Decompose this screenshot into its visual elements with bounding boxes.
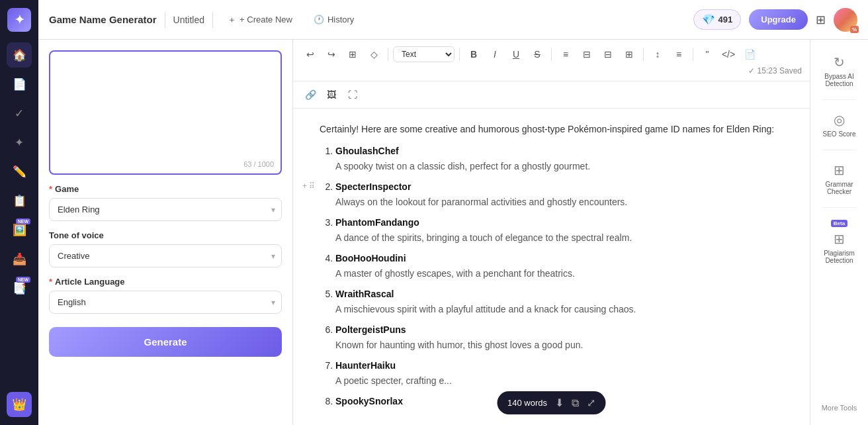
quote-button[interactable]: ": [698, 45, 716, 64]
prompt-input[interactable]: [50, 52, 281, 171]
game-name-list: GhoulashChef A spooky twist on a classic…: [320, 144, 783, 408]
game-desc-4: A master of ghostly escapes, with a penc…: [335, 267, 783, 281]
nav-divider1: [165, 12, 165, 28]
fullscreen-button[interactable]: ⛶: [343, 85, 362, 104]
language-select[interactable]: English Spanish French: [49, 291, 282, 314]
seo-icon: ◎: [834, 112, 845, 128]
left-panel: 63 / 1000 *Game Elden Ring Minecraft For…: [38, 40, 293, 425]
game-desc-2: Always on the lookout for paranormal act…: [335, 195, 627, 209]
image-button[interactable]: 🖼: [322, 85, 341, 104]
sidebar-item-documents[interactable]: 📄: [7, 71, 32, 97]
app-title: Game Name Generator: [49, 14, 157, 25]
sidebar-bottom: 👑: [7, 392, 32, 417]
drag-icon[interactable]: ⠿: [309, 180, 315, 192]
more-tools-button[interactable]: More Tools: [816, 399, 863, 417]
game-desc-3: A dance of the spirits, bringing a touch…: [335, 231, 783, 245]
undo-button[interactable]: ↩: [301, 45, 320, 64]
avatar[interactable]: %: [834, 8, 857, 32]
clock-icon: 🕐: [314, 15, 324, 24]
points-badge: 💎 491: [693, 9, 742, 30]
generate-button[interactable]: Generate: [49, 327, 282, 357]
game-name-6: PoltergeistPuns: [335, 324, 406, 335]
underline-button[interactable]: U: [507, 45, 525, 64]
sidebar-item-download[interactable]: 📥: [7, 246, 32, 271]
list-item: PhantomFandango A dance of the spirits, …: [335, 216, 783, 245]
line-height-button[interactable]: ↕: [648, 45, 667, 64]
list-item: BooHooHoudini A master of ghostly escape…: [335, 252, 783, 281]
add-icon[interactable]: +: [302, 180, 307, 192]
game-name-4: BooHooHoudini: [335, 253, 406, 263]
strikethrough-button[interactable]: S: [528, 45, 546, 64]
bullet-indent-button[interactable]: ⊟: [578, 45, 596, 64]
move-button[interactable]: ⊞: [343, 45, 362, 64]
toolbar-divider2: [459, 48, 460, 61]
game-name-8: SpookySnorlax: [335, 396, 403, 406]
saved-status: ✓ 15:23 Saved: [748, 66, 802, 75]
bullet-list-button[interactable]: ≡: [556, 45, 575, 64]
language-select-wrapper: English Spanish French ▾: [49, 291, 282, 314]
gem-icon: 💎: [702, 13, 715, 26]
toolbar-row2: 🔗 🖼 ⛶: [293, 81, 810, 109]
sidebar-item-book[interactable]: 📑NEW: [7, 275, 32, 301]
grammar-label: Grammar Checker: [820, 181, 859, 195]
list-item: PoltergeistPuns Known for haunting with …: [335, 323, 783, 352]
history-button[interactable]: 🕐 History: [307, 11, 361, 28]
game-select[interactable]: Elden Ring Minecraft Fortnite: [49, 198, 282, 221]
sidebar-item-clipboard[interactable]: 📋: [7, 188, 32, 213]
sidebar-item-image[interactable]: 🖼️NEW: [7, 217, 32, 242]
right-divider2: [823, 150, 856, 150]
seo-score-tool[interactable]: ◎ SEO Score: [816, 105, 863, 144]
erase-button[interactable]: ◇: [365, 45, 383, 64]
upgrade-button[interactable]: Upgrade: [749, 9, 808, 30]
game-desc-7: A poetic specter, crafting e...: [335, 374, 783, 388]
word-count: 140 words: [507, 398, 547, 408]
right-divider1: [823, 99, 856, 100]
editor-area: ↩ ↪ ⊞ ◇ Text Heading 1 Heading 2 B I U S…: [293, 40, 810, 425]
toolbar-divider4: [643, 48, 644, 61]
game-name-2: SpecterInspector: [335, 181, 411, 192]
document-button[interactable]: 📄: [740, 45, 759, 64]
toolbar-row1: ↩ ↪ ⊞ ◇ Text Heading 1 Heading 2 B I U S…: [293, 40, 810, 81]
sidebar-item-tasks[interactable]: ✓: [7, 101, 32, 126]
game-name-3: PhantomFandango: [335, 217, 419, 228]
game-name-7: HaunterHaiku: [335, 360, 396, 371]
tone-select-wrapper: Creative Professional Casual ▾: [49, 244, 282, 267]
align-button[interactable]: ≡: [670, 45, 688, 64]
copy-button[interactable]: ⧉: [572, 397, 579, 409]
sidebar-item-home[interactable]: 🏠: [7, 42, 32, 68]
create-new-button[interactable]: ＋ + Create New: [221, 11, 299, 29]
editor-intro: Certainly! Here are some creative and hu…: [320, 122, 783, 136]
grid-icon[interactable]: ⊞: [816, 13, 826, 27]
plagiarism-icon: ⊞: [834, 231, 845, 247]
game-name-1: GhoulashChef: [335, 146, 399, 156]
sidebar-item-edit[interactable]: ✏️: [7, 159, 32, 184]
plus-icon: ＋: [228, 14, 236, 26]
redo-button[interactable]: ↪: [322, 45, 341, 64]
sidebar-item-ai[interactable]: ✦: [7, 130, 32, 155]
numbered-list-button[interactable]: ⊟: [599, 45, 617, 64]
editor-content: Certainly! Here are some creative and hu…: [293, 109, 810, 425]
sidebar: ✦ 🏠 📄 ✓ ✦ ✏️ 📋 🖼️NEW 📥 📑NEW 👑: [0, 0, 38, 425]
checklist-button[interactable]: ⊞: [620, 45, 638, 64]
bold-button[interactable]: B: [464, 45, 483, 64]
toolbar-divider1: [388, 48, 388, 61]
list-item: GhoulashChef A spooky twist on a classic…: [335, 144, 783, 173]
list-item: HaunterHaiku A poetic specter, crafting …: [335, 359, 783, 388]
link-button[interactable]: 🔗: [301, 85, 320, 104]
plagiarism-tool[interactable]: Beta ⊞ Plagiarism Detection: [816, 213, 863, 271]
game-desc-1: A spooky twist on a classic dish, perfec…: [335, 160, 783, 173]
crown-icon[interactable]: 👑: [7, 392, 32, 417]
text-format-select[interactable]: Text Heading 1 Heading 2: [393, 46, 455, 62]
expand-button[interactable]: ⤢: [587, 397, 595, 409]
download-button[interactable]: ⬇: [555, 397, 564, 409]
code-button[interactable]: </>: [719, 45, 738, 64]
app-logo[interactable]: ✦: [7, 8, 31, 32]
document-title[interactable]: Untitled: [173, 15, 204, 25]
prompt-textarea-wrapper: 63 / 1000: [49, 50, 282, 175]
bypass-detection-tool[interactable]: ↻ Bypass AI Detection: [816, 48, 863, 94]
game-name-5: WraithRascal: [335, 289, 394, 299]
game-select-wrapper: Elden Ring Minecraft Fortnite ▾: [49, 198, 282, 221]
italic-button[interactable]: I: [486, 45, 504, 64]
grammar-checker-tool[interactable]: ⊞ Grammar Checker: [816, 156, 863, 202]
tone-select[interactable]: Creative Professional Casual: [49, 244, 282, 267]
